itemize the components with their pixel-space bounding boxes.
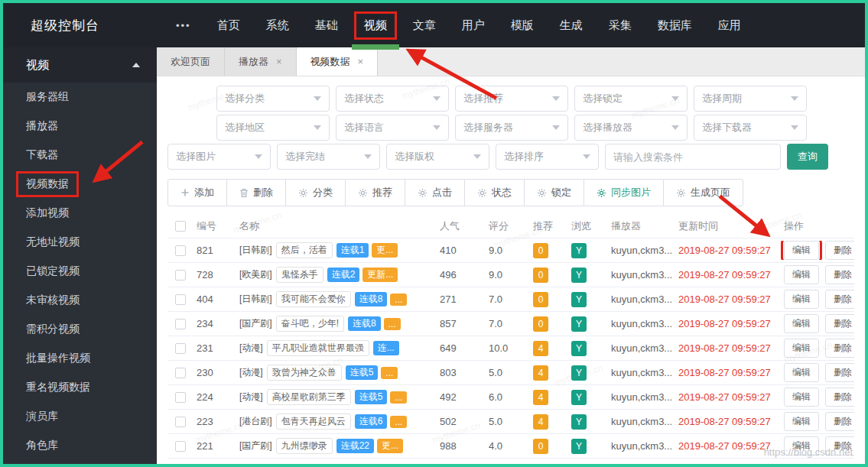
column-header-id: 编号 xyxy=(193,219,236,233)
sidebar-item-no-address-video[interactable]: 无地址视频 xyxy=(3,228,157,257)
sidebar-item-actor-library[interactable]: 演员库 xyxy=(3,402,157,431)
filter-select-player[interactable]: 选择播放器 xyxy=(574,115,688,141)
edit-button[interactable]: 编辑 xyxy=(784,314,819,333)
row-checkbox[interactable] xyxy=(175,270,186,281)
nav-item-database[interactable]: 数据库 xyxy=(650,14,700,37)
edit-button[interactable]: 编辑 xyxy=(784,436,819,456)
toolbar-button-status[interactable]: 状态 xyxy=(464,179,525,206)
nav-item-generate[interactable]: 生成 xyxy=(552,14,590,37)
row-checkbox[interactable] xyxy=(175,245,186,256)
toolbar-button-recommend[interactable]: 推荐 xyxy=(345,179,405,206)
toolbar-button-classify[interactable]: 分类 xyxy=(285,179,346,206)
cell-id: 224 xyxy=(193,391,236,403)
filter-select-region[interactable]: 选择地区 xyxy=(216,115,330,141)
row-checkbox[interactable] xyxy=(175,368,186,378)
nav-item-application[interactable]: 应用 xyxy=(710,14,749,37)
filter-select-lock[interactable]: 选择锁定 xyxy=(574,86,688,112)
sidebar-item-downloader[interactable]: 下载器 xyxy=(3,141,157,170)
tab-video-data[interactable]: 视频数据× xyxy=(297,47,379,76)
cell-name: [动漫]高校星歌剧第三季连载5... xyxy=(236,389,437,405)
sidebar-item-batch-operate-video[interactable]: 批量操作视频 xyxy=(3,344,157,373)
delete-button[interactable]: 删除 xyxy=(825,265,854,284)
row-checkbox-cell xyxy=(167,270,193,281)
recommend-badge: 0 xyxy=(533,292,548,307)
filter-select-period[interactable]: 选择周期 xyxy=(694,86,807,112)
sidebar-item-locked-video[interactable]: 已锁定视频 xyxy=(3,257,157,286)
edit-button[interactable]: 编辑 xyxy=(784,290,819,309)
search-input[interactable] xyxy=(605,144,781,170)
toolbar-button-delete[interactable]: 删除 xyxy=(226,179,286,206)
nav-item-video[interactable]: 视频 xyxy=(356,14,395,37)
edit-button[interactable]: 编辑 xyxy=(784,412,819,431)
row-checkbox[interactable] xyxy=(175,392,186,403)
cell-id: 234 xyxy=(193,318,236,329)
row-checkbox[interactable] xyxy=(175,343,186,354)
sidebar-item-player[interactable]: 播放器 xyxy=(3,112,157,141)
filter-select-copyright[interactable]: 选择版权 xyxy=(386,144,489,170)
toolbar-button-lock[interactable]: 锁定 xyxy=(524,179,584,206)
sidebar-item-duplicate-video-data[interactable]: 重名视频数据 xyxy=(3,373,157,402)
row-checkbox[interactable] xyxy=(175,319,186,329)
sidebar-item-points-video[interactable]: 需积分视频 xyxy=(3,315,157,344)
nav-item-user[interactable]: 用户 xyxy=(454,14,493,37)
filter-select-status[interactable]: 选择状态 xyxy=(336,86,449,112)
filter-select-language[interactable]: 选择语言 xyxy=(336,115,449,141)
tab-player[interactable]: 播放器× xyxy=(225,47,297,76)
toolbar-button-click[interactable]: 点击 xyxy=(405,179,465,206)
close-icon[interactable]: × xyxy=(276,56,282,67)
cell-views: Y xyxy=(568,365,608,381)
toolbar-button-generate-pages[interactable]: 生成页面 xyxy=(663,179,743,206)
nav-item-template[interactable]: 模版 xyxy=(503,14,541,37)
nav-item-article[interactable]: 文章 xyxy=(405,14,444,37)
edit-button[interactable]: 编辑 xyxy=(784,363,819,382)
edit-button[interactable]: 编辑 xyxy=(784,388,819,407)
top-nav-menu: ••• 首页系统基础视频文章用户模版生成采集数据库应用 xyxy=(156,14,749,37)
delete-button[interactable]: 删除 xyxy=(825,388,854,407)
toolbar-button-add[interactable]: 添加 xyxy=(167,179,227,206)
select-label: 选择图片 xyxy=(176,150,216,164)
sidebar-item-video-data[interactable]: 视频数据 xyxy=(3,170,157,199)
sidebar-item-unreviewed-video[interactable]: 未审核视频 xyxy=(3,286,157,315)
sidebar-item-role-library[interactable]: 角色库 xyxy=(3,431,157,460)
gear-icon xyxy=(676,188,686,198)
sidebar-item-server-group[interactable]: 服务器组 xyxy=(3,83,157,112)
query-button[interactable]: 查询 xyxy=(787,144,828,170)
filter-select-finished[interactable]: 选择完结 xyxy=(277,144,380,170)
row-checkbox[interactable] xyxy=(175,417,186,427)
video-title: 致曾为神之众兽 xyxy=(267,365,342,381)
delete-button[interactable]: 删除 xyxy=(825,290,854,309)
delete-button[interactable]: 删除 xyxy=(825,241,854,260)
row-checkbox[interactable] xyxy=(175,294,186,305)
chevron-down-icon xyxy=(433,125,441,130)
edit-button[interactable]: 编辑 xyxy=(784,339,819,358)
tab-welcome[interactable]: 欢迎页面 xyxy=(157,47,225,76)
delete-button[interactable]: 删除 xyxy=(825,339,854,358)
filter-select-sort[interactable]: 选择排序 xyxy=(496,144,599,170)
delete-button[interactable]: 删除 xyxy=(825,363,854,382)
filter-select-server[interactable]: 选择服务器 xyxy=(455,115,568,141)
filter-select-downloader[interactable]: 选择下载器 xyxy=(694,115,807,141)
sidebar-item-add-video[interactable]: 添加视频 xyxy=(3,199,157,228)
nav-more-dots[interactable]: ••• xyxy=(168,15,199,36)
toolbar-button-sync-images[interactable]: 同步图片 xyxy=(584,179,664,206)
sidebar-group-video[interactable]: 视频 xyxy=(3,47,157,83)
column-header-player: 播放器 xyxy=(608,219,675,233)
close-icon[interactable]: × xyxy=(358,56,364,67)
nav-item-system[interactable]: 系统 xyxy=(258,14,297,37)
edit-button[interactable]: 编辑 xyxy=(784,241,819,260)
edit-button[interactable]: 编辑 xyxy=(784,265,819,284)
delete-button[interactable]: 删除 xyxy=(825,412,854,431)
delete-button[interactable]: 删除 xyxy=(825,436,854,456)
delete-button[interactable]: 删除 xyxy=(825,314,854,333)
nav-item-basic[interactable]: 基础 xyxy=(307,14,346,37)
filter-select-image[interactable]: 选择图片 xyxy=(167,144,271,170)
filter-select-category[interactable]: 选择分类 xyxy=(216,86,330,112)
nav-item-collect[interactable]: 采集 xyxy=(601,14,639,37)
select-label: 选择完结 xyxy=(285,150,325,164)
table-row: 821[日韩剧]然后，活着连载1更...4109.00Ykuyun,ckm3..… xyxy=(167,238,854,263)
serial-badge: 连载1 xyxy=(336,243,369,258)
select-all-checkbox[interactable] xyxy=(175,221,186,232)
nav-item-home[interactable]: 首页 xyxy=(210,14,248,37)
row-checkbox[interactable] xyxy=(175,441,186,452)
filter-select-recommend[interactable]: 选择推荐 xyxy=(455,86,568,112)
